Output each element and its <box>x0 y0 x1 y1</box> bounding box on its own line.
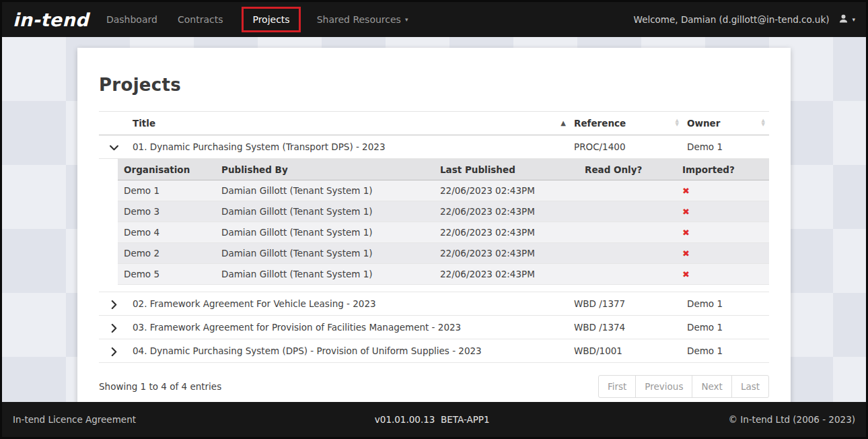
last-published: 22/06/2023 02:43PM <box>434 180 579 201</box>
project-owner: Demo 1 <box>683 339 769 363</box>
last-published: 22/06/2023 02:43PM <box>434 222 579 243</box>
subcol-read-only: Read Only? <box>579 160 676 180</box>
subcol-published-by: Published By <box>215 160 434 180</box>
read-only-value <box>579 180 676 201</box>
subcol-last-published: Last Published <box>434 160 579 180</box>
project-owner: Demo 1 <box>683 292 769 316</box>
cross-icon: ✖ <box>682 228 690 238</box>
subtable-row: Demo 5 Damian Gillott (Tenant System 1) … <box>118 264 769 285</box>
organisations-subtable: Organisation Published By Last Published… <box>118 159 769 285</box>
expand-column-header <box>99 112 129 135</box>
chevron-right-icon[interactable] <box>99 316 129 339</box>
version-text: v01.01.00.13 BETA-APP1 <box>375 414 490 425</box>
column-header-owner-label: Owner <box>687 118 720 129</box>
published-by: Damian Gillott (Tenant System 1) <box>215 222 434 243</box>
copyright-text: © In-tend Ltd (2006 - 2023) <box>728 414 855 425</box>
page-background: Projects Title ▲ Reference <box>2 37 866 402</box>
expanded-detail-row: Organisation Published By Last Published… <box>99 159 769 292</box>
org-name: Demo 4 <box>118 222 215 243</box>
pagination: First Previous Next Last <box>598 375 769 398</box>
org-name: Demo 1 <box>118 180 215 201</box>
pagination-next[interactable]: Next <box>692 375 731 398</box>
project-title: 04. Dynamic Purchasing System (DPS) - Pr… <box>129 339 570 363</box>
project-title: 03. Framework Agreement for Provision of… <box>129 316 570 339</box>
sort-icon: ▲ ▼ <box>762 119 765 127</box>
published-by: Damian Gillott (Tenant System 1) <box>215 180 434 201</box>
table-row[interactable]: 01. Dynamic Purchasing System (Transport… <box>99 135 769 159</box>
table-row[interactable]: 04. Dynamic Purchasing System (DPS) - Pr… <box>99 339 769 363</box>
sort-down-icon: ▼ <box>676 123 679 127</box>
pagination-last[interactable]: Last <box>731 375 769 398</box>
published-by: Damian Gillott (Tenant System 1) <box>215 264 434 285</box>
project-reference: PROC/1400 <box>570 135 683 159</box>
nav-shared-resources-label: Shared Resources <box>317 14 401 25</box>
project-owner: Demo 1 <box>683 316 769 339</box>
read-only-value <box>579 264 676 285</box>
nav-contracts[interactable]: Contracts <box>176 10 225 29</box>
project-reference: WBD/1001 <box>570 339 683 363</box>
sort-asc-icon: ▲ <box>560 119 566 127</box>
footer: In-tend Licence Agreement v01.01.00.13 B… <box>2 402 866 437</box>
sort-icon: ▲ ▼ <box>676 119 679 127</box>
app-window: in-tend Dashboard Contracts Projects Sha… <box>0 0 868 439</box>
brand-logo[interactable]: in-tend <box>13 9 89 30</box>
published-by: Damian Gillott (Tenant System 1) <box>215 243 434 264</box>
subtable-row: Demo 3 Damian Gillott (Tenant System 1) … <box>118 201 769 222</box>
last-published: 22/06/2023 02:43PM <box>434 243 579 264</box>
chevron-down-icon[interactable] <box>99 135 129 159</box>
chevron-right-icon[interactable] <box>99 292 129 316</box>
chevron-right-icon[interactable] <box>99 339 129 363</box>
subtable-row: Demo 1 Damian Gillott (Tenant System 1) … <box>118 180 769 201</box>
navbar-right: Welcome, Damian (d.gillott@in-tend.co.uk… <box>634 13 855 26</box>
cross-icon: ✖ <box>682 269 690 279</box>
column-header-title[interactable]: Title ▲ <box>129 112 570 135</box>
org-name: Demo 5 <box>118 264 215 285</box>
welcome-text: Welcome, Damian (d.gillott@in-tend.co.uk… <box>634 14 830 25</box>
read-only-value <box>579 222 676 243</box>
project-reference: WBD /1377 <box>570 292 683 316</box>
last-published: 22/06/2023 02:43PM <box>434 201 579 222</box>
subtable-row: Demo 2 Damian Gillott (Tenant System 1) … <box>118 243 769 264</box>
cross-icon: ✖ <box>682 186 690 196</box>
user-icon <box>838 13 848 26</box>
column-header-reference-label: Reference <box>574 118 626 129</box>
page-title: Projects <box>99 75 769 95</box>
table-footer: Showing 1 to 4 of 4 entries First Previo… <box>99 375 769 398</box>
cross-icon: ✖ <box>682 248 690 259</box>
subtable-header-row: Organisation Published By Last Published… <box>118 160 769 180</box>
pagination-previous[interactable]: Previous <box>635 375 692 398</box>
org-name: Demo 3 <box>118 201 215 222</box>
project-title: 02. Framework Agreement For Vehicle Leas… <box>129 292 570 316</box>
user-menu[interactable]: ▾ <box>838 13 855 26</box>
licence-agreement-link[interactable]: In-tend Licence Agreement <box>13 414 136 425</box>
table-row[interactable]: 02. Framework Agreement For Vehicle Leas… <box>99 292 769 316</box>
entries-summary: Showing 1 to 4 of 4 entries <box>99 381 221 392</box>
nav-projects[interactable]: Projects <box>242 7 300 32</box>
project-owner: Demo 1 <box>683 135 769 159</box>
caret-down-icon: ▾ <box>405 16 408 23</box>
cross-icon: ✖ <box>682 207 690 217</box>
subcol-organisation: Organisation <box>118 160 215 180</box>
main-nav: Dashboard Contracts Projects Shared Reso… <box>105 7 427 32</box>
subcol-imported: Imported? <box>676 160 769 180</box>
published-by: Damian Gillott (Tenant System 1) <box>215 201 434 222</box>
column-header-title-label: Title <box>133 118 155 129</box>
org-name: Demo 2 <box>118 243 215 264</box>
last-published: 22/06/2023 02:43PM <box>434 264 579 285</box>
projects-card: Projects Title ▲ Reference <box>77 48 791 402</box>
table-row[interactable]: 03. Framework Agreement for Provision of… <box>99 316 769 339</box>
table-header-row: Title ▲ Reference ▲ ▼ Owner <box>99 112 769 135</box>
nav-dashboard[interactable]: Dashboard <box>105 10 159 29</box>
nav-shared-resources[interactable]: Shared Resources ▾ <box>316 10 410 29</box>
pagination-first[interactable]: First <box>598 375 636 398</box>
projects-table: Title ▲ Reference ▲ ▼ Owner <box>99 111 769 363</box>
navbar: in-tend Dashboard Contracts Projects Sha… <box>2 2 866 37</box>
read-only-value <box>579 201 676 222</box>
sort-down-icon: ▼ <box>762 123 765 127</box>
column-header-owner[interactable]: Owner ▲ ▼ <box>683 112 769 135</box>
column-header-reference[interactable]: Reference ▲ ▼ <box>570 112 683 135</box>
caret-down-icon: ▾ <box>852 16 855 23</box>
project-title: 01. Dynamic Purchasing System (Transport… <box>129 135 570 159</box>
subtable-row: Demo 4 Damian Gillott (Tenant System 1) … <box>118 222 769 243</box>
read-only-value <box>579 243 676 264</box>
